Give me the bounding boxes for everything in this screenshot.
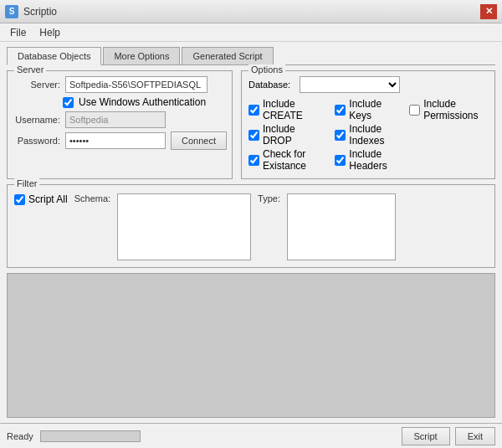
bottom-buttons: Script Exit — [402, 427, 495, 445]
tab-database-objects[interactable]: Database Objects — [7, 47, 101, 65]
option-include-permissions: Include Permissions — [409, 98, 488, 121]
filter-row: Script All Schema: Type: — [14, 193, 488, 260]
username-label: Username: — [14, 115, 60, 125]
server-input[interactable] — [65, 76, 207, 93]
menu-file[interactable]: File — [3, 25, 33, 40]
title-bar-title: Scriptio — [23, 6, 57, 18]
options-group-title: Options — [248, 64, 285, 75]
check-existance-label: Check for Existance — [263, 148, 326, 172]
options-inner: Include CREATE Include DROP Check for Ex… — [248, 98, 488, 172]
database-label: Database: — [248, 80, 295, 90]
options-col-1: Include CREATE Include DROP Check for Ex… — [248, 98, 326, 172]
script-all-label: Script All — [28, 193, 68, 205]
include-create-label: Include CREATE — [263, 98, 326, 121]
option-include-headers: Include Headers — [335, 148, 401, 172]
include-keys-checkbox[interactable] — [335, 105, 346, 116]
script-all-checkbox[interactable] — [14, 194, 25, 205]
options-col-2: Include Keys Include Indexes Include Hea… — [335, 98, 401, 172]
status-progress-bar — [40, 430, 141, 442]
main-container: Database Objects More Options Generated … — [0, 42, 502, 423]
menu-help[interactable]: Help — [33, 25, 67, 40]
close-button[interactable]: ✕ — [480, 4, 497, 19]
check-existance-checkbox[interactable] — [248, 155, 259, 166]
server-group: Server Server: Use Windows Authenticatio… — [7, 70, 233, 179]
filter-group: Filter Script All Schema: Type: — [7, 184, 495, 268]
tab-bar: Database Objects More Options Generated … — [7, 47, 495, 65]
password-input[interactable] — [65, 132, 166, 149]
win-auth-row: Use Windows Authentication — [63, 96, 225, 108]
script-area — [7, 273, 495, 418]
option-include-indexes: Include Indexes — [335, 123, 401, 147]
server-row: Server: — [14, 76, 225, 93]
username-input[interactable] — [65, 111, 166, 128]
tab-more-options[interactable]: More Options — [103, 47, 180, 64]
options-group: Options Database: Include CREATE Include… — [241, 70, 495, 179]
include-indexes-checkbox[interactable] — [335, 130, 346, 141]
option-include-drop: Include DROP — [248, 123, 326, 147]
options-col-3: Include Permissions — [409, 98, 488, 172]
win-auth-checkbox[interactable] — [63, 97, 74, 108]
win-auth-label: Use Windows Authentication — [79, 96, 206, 108]
include-create-checkbox[interactable] — [248, 105, 259, 116]
password-label: Password: — [14, 136, 60, 146]
database-row: Database: — [248, 76, 488, 93]
username-row: Username: — [14, 111, 225, 128]
script-button[interactable]: Script — [402, 427, 450, 445]
tab-generated-script[interactable]: Generated Script — [182, 47, 273, 64]
option-include-keys: Include Keys — [335, 98, 401, 121]
app-icon: S — [5, 5, 18, 18]
include-headers-checkbox[interactable] — [335, 155, 346, 166]
include-keys-label: Include Keys — [349, 98, 401, 121]
type-label: Type: — [258, 193, 280, 203]
status-text: Ready — [7, 431, 33, 441]
database-select[interactable] — [300, 76, 400, 93]
top-section: Server Server: Use Windows Authenticatio… — [7, 70, 495, 179]
include-drop-label: Include DROP — [263, 123, 326, 147]
bottom-bar: Ready Script Exit — [0, 423, 502, 448]
title-bar: S Scriptio ✕ — [0, 0, 502, 23]
schema-label: Schema: — [74, 193, 110, 203]
option-include-create: Include CREATE — [248, 98, 326, 121]
schema-textarea[interactable] — [117, 193, 251, 260]
include-permissions-label: Include Permissions — [423, 98, 488, 121]
status-area: Ready — [7, 430, 141, 442]
server-label: Server: — [14, 80, 60, 90]
title-bar-left: S Scriptio — [5, 5, 57, 18]
include-headers-label: Include Headers — [349, 148, 401, 172]
include-permissions-checkbox[interactable] — [409, 105, 420, 116]
include-indexes-label: Include Indexes — [349, 123, 401, 147]
option-check-existance: Check for Existance — [248, 148, 326, 172]
script-all-check-col: Script All — [14, 193, 68, 205]
password-row: Password: Connect — [14, 131, 225, 150]
filter-group-title: Filter — [14, 178, 39, 188]
include-drop-checkbox[interactable] — [248, 130, 259, 141]
server-group-title: Server — [14, 64, 46, 75]
menu-bar: File Help — [0, 23, 502, 42]
type-textarea[interactable] — [287, 193, 396, 260]
exit-button[interactable]: Exit — [455, 427, 495, 445]
connect-button[interactable]: Connect — [171, 131, 227, 150]
